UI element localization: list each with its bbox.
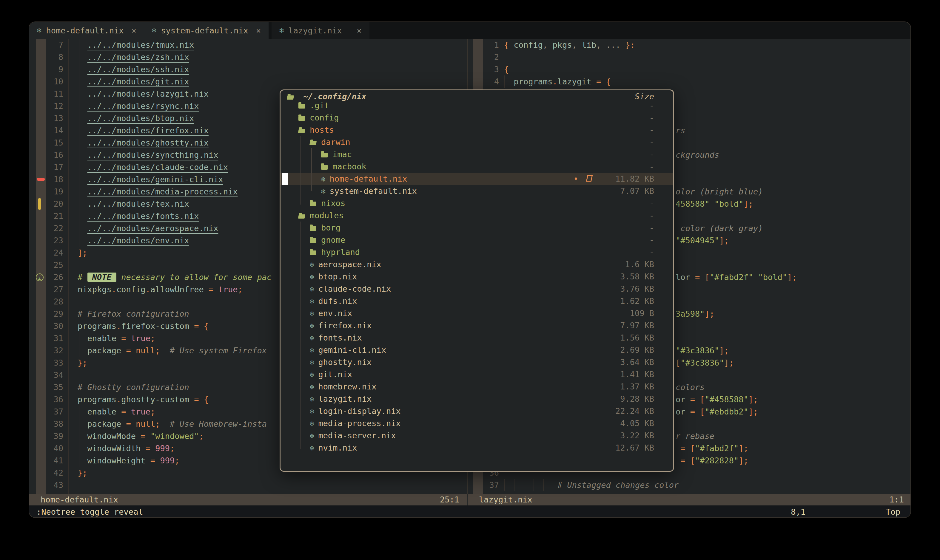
line-number: 39 [41,430,63,442]
token-s: "#458588" [705,395,749,404]
code-text: colors [676,381,705,393]
tree-row[interactable]: modules- [281,209,673,222]
tree-row[interactable]: ❄claude-code.nix3.76 KB [281,283,673,295]
tree-row[interactable]: ❄lazygit.nix9.28 KB [281,393,673,405]
git-modified-icon [586,175,593,182]
statusline-right-position: 1:1 [889,494,904,505]
tree-row[interactable]: ❄firefox.nix7.97 KB [281,319,673,332]
tree-row[interactable]: config- [281,112,673,124]
tree-row[interactable]: ❄gemini-cli.nix2.69 KB [281,344,673,356]
tab-home-default.nix[interactable]: ❄home-default.nix× [29,22,144,39]
token-u: ../../modules/gemini-cli.nix [88,175,223,184]
code-text: }; [77,467,88,479]
tree-row[interactable]: ❄home-default.nix•11.82 KB [281,173,673,185]
code-text: ../../modules/firefox.nix [77,125,208,137]
token-w [77,211,88,221]
close-icon[interactable]: × [256,26,261,35]
token-p: }; [77,358,88,368]
code-line[interactable]: 7 ../../modules/tmux.nix [29,39,467,51]
token-p: . [553,77,557,86]
token-i: ghostty-custom [121,395,189,404]
tree-row[interactable]: ❄ghostty.nix3.64 KB [281,356,673,368]
code-text: ckgrounds [676,149,719,161]
code-line[interactable]: 8 ../../modules/zsh.nix [29,51,467,63]
code-line[interactable]: 9 ../../modules/ssh.nix [29,63,467,75]
token-w [77,224,88,233]
tree-row[interactable]: ❄system-default.nix7.07 KB [281,185,673,197]
tree-row[interactable]: darwin- [281,136,673,148]
tree-row[interactable]: ❄nvim.nix12.67 KB [281,442,673,454]
code-text: }; [77,357,88,369]
token-p: ]; [77,248,88,257]
token-p: = [126,419,131,429]
token-w [140,444,145,453]
file-size: 7.07 KB [620,185,654,197]
tree-row[interactable]: ❄aerospace.nix1.6 KB [281,258,673,271]
tree-row[interactable]: ❄git.nix1.41 KB [281,368,673,380]
tree-row[interactable]: ❄dufs.nix1.62 KB [281,295,673,307]
token-c: rs [676,126,685,135]
close-icon[interactable]: × [357,26,361,35]
tree-row[interactable]: hyprland- [281,246,673,258]
tree-row[interactable]: imac- [281,148,673,160]
nix-snowflake-icon: ❄ [152,26,156,35]
tree-item-label: media-server.nix [318,431,396,440]
token-s: "#ebdbb2" [705,407,749,416]
token-c: olor (bright blue) [676,187,763,196]
token-p: ; [199,431,204,441]
tab-lazygit.nix[interactable]: ❄lazygit.nix× [272,22,369,39]
code-line[interactable]: 43 [29,479,467,491]
code-line[interactable]: 4 programs.lazygit = { [468,75,911,88]
token-i: lib [582,40,596,49]
code-text: ../../modules/zsh.nix [77,51,189,63]
folder-icon [310,226,316,231]
token-p: = [208,285,213,294]
tree-row[interactable]: gnome- [281,234,673,246]
token-w [121,419,126,429]
code-line[interactable]: 10 ../../modules/git.nix [29,75,467,88]
tree-guide-line [311,148,312,191]
command-line-text: :Neotree toggle reveal [36,505,143,518]
file-size: - [649,222,654,234]
tree-item-label: config [310,113,339,122]
tab-bar: ❄home-default.nix×❄system-default.nix×❄l… [29,22,911,39]
tree-row[interactable]: .git- [281,99,673,112]
code-line[interactable]: 3{ [468,63,911,75]
token-w [77,456,88,465]
code-line[interactable]: 1{ config, pkgs, lib, ... }: [468,39,911,51]
close-icon[interactable]: × [131,26,136,35]
tree-row[interactable]: borg- [281,222,673,234]
tree-row[interactable]: ❄fonts.nix1.56 KB [281,332,673,344]
token-p: ]; [749,407,758,416]
tab-system-default.nix[interactable]: ❄system-default.nix× [144,22,269,39]
tree-row[interactable]: ❄media-server.nix3.22 KB [281,429,673,442]
tree-item-label: fonts.nix [318,333,362,342]
line-number: 21 [41,210,63,222]
code-line[interactable]: 2 [468,51,911,63]
token-w: , ... [596,40,625,49]
token-w [77,444,88,453]
file-size: 1.62 KB [620,295,654,307]
nix-file-icon: ❄ [310,444,314,452]
token-c: # Use Homebrew-insta [160,419,267,429]
tree-item-label: ghostty.nix [318,357,372,367]
tree-row[interactable]: macbook- [281,160,673,173]
tree-row[interactable]: hosts- [281,124,673,136]
tree-row[interactable]: nixos- [281,197,673,209]
tree-guide-line [300,222,301,449]
tree-row[interactable]: ❄homebrew.nix1.37 KB [281,380,673,393]
line-number: 41 [41,454,63,467]
token-p: ; [170,444,174,453]
code-line[interactable]: 37# Unstagged changes color [468,479,911,491]
tree-row[interactable]: ❄btop.nix3.58 KB [281,271,673,283]
token-w [685,444,690,453]
token-i: or [676,407,685,416]
tree-row[interactable]: ❄env.nix109 B [281,307,673,319]
tree-row[interactable]: ❄login-display.nix22.24 KB [281,405,673,417]
command-line[interactable]: :Neotree toggle reveal 8,1 Top [29,505,911,518]
line-number: 26 [41,271,63,283]
tree-row[interactable]: ❄media-process.nix4.05 KB [281,417,673,429]
token-w [77,346,88,355]
gutter-sign-info-icon: i [36,274,43,281]
token-p: ; [155,346,160,355]
